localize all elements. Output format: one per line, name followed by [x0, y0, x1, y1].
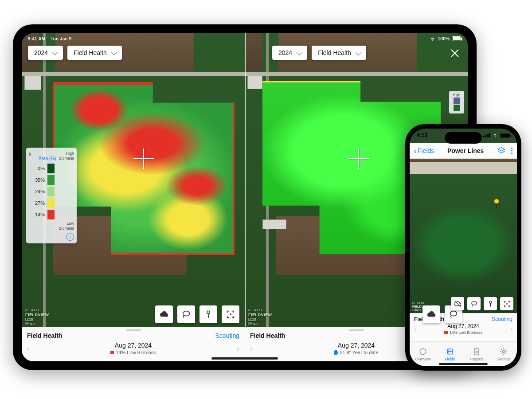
map-pin-icon[interactable]: [494, 199, 499, 207]
lasso-button[interactable]: [467, 297, 481, 310]
legend-pct: 35%: [29, 177, 45, 183]
wifi-icon: [430, 36, 436, 41]
battery-icon: [500, 133, 510, 138]
lasso-button[interactable]: [177, 305, 195, 323]
sheet-title: Field Health: [27, 332, 62, 339]
tab-fields[interactable]: Fields: [437, 342, 464, 366]
tab-label: Settings: [497, 357, 510, 361]
scouting-link[interactable]: Scouting: [492, 316, 512, 322]
pin-button[interactable]: [484, 297, 497, 310]
ipad-status-bar: 9:41 AM Tue Jan 9 100%: [22, 33, 468, 43]
cellular-signal-icon: [483, 133, 491, 137]
info-icon[interactable]: i: [66, 233, 74, 241]
ipad-screen: 9:41 AM Tue Jan 9 100% 2: [22, 33, 468, 361]
tab-bar: Overview Fields Reports Settings: [410, 341, 517, 366]
prev-date-button[interactable]: ‹: [414, 325, 416, 332]
next-date-button[interactable]: ›: [510, 325, 512, 332]
legend-high-line2: Biomass: [59, 156, 74, 161]
tab-label: Reports: [470, 357, 483, 361]
legend-pct: 27%: [29, 200, 45, 206]
legend-swatch: [47, 198, 55, 208]
tab-settings[interactable]: Settings: [490, 342, 517, 366]
focus-button[interactable]: [500, 297, 513, 310]
focus-button[interactable]: [222, 305, 239, 323]
tab-label: Overview: [415, 357, 431, 361]
raindrop-icon: [334, 350, 338, 355]
legend-pct: 24%: [29, 189, 45, 194]
sheet-date-row: ‹ Aug 27, 2024 14% Low Biomass ›: [22, 339, 245, 355]
legend-row: 27%: [29, 197, 74, 209]
map-tools: [451, 297, 513, 310]
dynamic-island: [445, 132, 482, 144]
sheet-date: Aug 27, 2024: [444, 323, 482, 329]
legend-swatch: [47, 187, 55, 196]
svg-point-3: [450, 311, 457, 316]
brand-name: FIELDVIEW: [25, 313, 49, 317]
svg-point-5: [489, 301, 492, 303]
tab-reports[interactable]: Reports: [463, 342, 490, 366]
layer-dropdown[interactable]: Field Health: [67, 46, 122, 60]
iphone-nav-bar: ‹ Fields Power Lines: [410, 143, 517, 159]
sheet-date: Aug 27, 2024: [334, 342, 378, 349]
split-divider[interactable]: [245, 33, 246, 361]
year-dropdown[interactable]: 2024: [28, 46, 63, 60]
building-cluster: [247, 76, 262, 89]
wifi-icon: [492, 133, 498, 137]
chevron-down-icon: [296, 49, 302, 55]
nav-title: Power Lines: [447, 147, 484, 154]
map-attribution: CLIMATE FIELDVIEW Legal Maps: [25, 308, 49, 326]
legend-swatch: [47, 164, 55, 173]
legend-pct: 14%: [29, 212, 45, 217]
map-pane-left[interactable]: 2024 Field Health Area (%): [22, 33, 245, 361]
prev-date-button[interactable]: ‹: [250, 344, 253, 353]
sheet-header-row: Field Health Scouting: [22, 331, 245, 339]
cloud-button[interactable]: [422, 305, 440, 323]
cloud-off-button[interactable]: [451, 297, 464, 310]
chevron-down-icon: [111, 49, 117, 55]
brand-legal: Legal: [25, 317, 49, 321]
legend-area-label: Area (%): [39, 156, 56, 161]
cloud-button[interactable]: [155, 305, 173, 323]
year-dropdown-label: 2024: [34, 49, 48, 56]
mini-legend-swatch: [454, 98, 460, 104]
sheet-title: Field Health: [250, 332, 285, 339]
more-menu-button[interactable]: [511, 148, 512, 154]
home-indicator[interactable]: [211, 357, 278, 360]
svg-point-2: [230, 314, 231, 315]
maps-provider: Maps: [414, 309, 421, 312]
home-indicator[interactable]: [439, 363, 488, 365]
status-date: Tue Jan 9: [51, 36, 71, 41]
ipad-status-left: 9:41 AM Tue Jan 9: [28, 36, 71, 41]
map-attribution: CLIMATE FIELDVIEW Legal Maps: [248, 308, 272, 326]
svg-point-9: [502, 350, 505, 352]
chevron-down-icon: [52, 49, 58, 55]
low-biomass-swatch-icon: [444, 331, 448, 334]
layer-dropdown-label: Field Health: [318, 49, 351, 56]
chevron-down-icon: [355, 49, 361, 55]
sheet-date-row: ‹ Aug 27, 2024 14% Low Biomass ›: [410, 322, 517, 335]
layer-dropdown-label: Field Health: [74, 49, 107, 56]
year-dropdown[interactable]: 2024: [272, 46, 307, 60]
tab-overview[interactable]: Overview: [410, 342, 437, 366]
scouting-link[interactable]: Scouting: [215, 332, 239, 339]
layers-icon[interactable]: [497, 146, 506, 155]
iphone-map[interactable]: [410, 159, 517, 313]
prev-date-button[interactable]: ‹: [27, 344, 30, 353]
building-cluster: [262, 219, 286, 229]
close-split-button[interactable]: [447, 46, 462, 60]
svg-point-1: [207, 311, 210, 313]
legend-swatch: [47, 210, 55, 219]
back-button[interactable]: ‹ Fields: [414, 147, 434, 154]
sheet-subtitle: 14% Low Biomass: [110, 350, 156, 355]
bottom-sheet[interactable]: Field Health Scouting ‹ Aug 27, 2024 14%…: [22, 327, 245, 361]
layer-dropdown[interactable]: Field Health: [312, 46, 366, 60]
brand-top: CLIMATE: [25, 308, 49, 313]
sheet-subtitle: 14% Low Biomass: [444, 330, 482, 335]
legend-expand-caret-icon[interactable]: [29, 152, 31, 156]
next-date-button[interactable]: ›: [237, 344, 239, 353]
pin-button[interactable]: [200, 305, 217, 323]
mini-legend: High: [449, 91, 464, 113]
biomass-legend: Area (%) High Biomass 0% 35%: [26, 148, 77, 243]
legend-low-line1: Low: [29, 221, 74, 226]
legend-row: 14%: [29, 209, 74, 220]
